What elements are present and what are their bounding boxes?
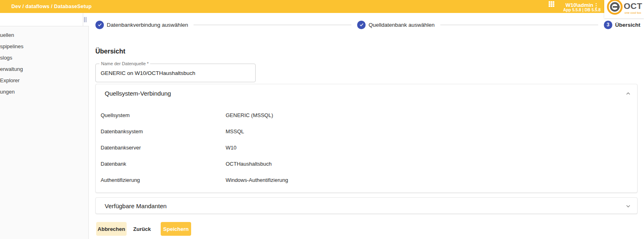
step-3-label: Übersicht <box>615 22 640 28</box>
apps-grid-icon[interactable] <box>549 1 555 7</box>
step-1-label: Datenbankverbindung auswählen <box>107 22 188 28</box>
sidebar-item-pipelines[interactable]: spipelines <box>0 41 89 52</box>
wizard-actions: Abbrechen Zurück Speichern <box>96 222 191 236</box>
app-window: Dev / dataflows / DatabaseSetup W10\admi… <box>0 0 644 239</box>
connection-panel-header[interactable]: Quellsystem-Verbindung <box>96 84 637 103</box>
sidebar-item-logs[interactable]: slogs <box>0 52 89 64</box>
sidebar: uellen spipelines slogs erwaltung Explor… <box>0 13 89 239</box>
logo-text: OCT <box>624 1 642 11</box>
save-button[interactable]: Speichern <box>161 222 191 236</box>
sidebar-item-quellen[interactable]: uellen <box>0 30 89 41</box>
sidebar-item-explorer[interactable]: Explorer <box>0 75 89 86</box>
oct-logo-icon <box>606 0 623 17</box>
row-label: Quellsystem <box>101 112 226 118</box>
chevron-down-icon[interactable] <box>625 203 631 209</box>
detail-row-datenbanksystem: Datenbanksystem MSSQL <box>96 123 637 139</box>
step-3-number: 3 <box>604 21 612 29</box>
sidebar-header <box>0 13 89 26</box>
mandanten-panel-title: Verfügbare Mandanten <box>105 198 167 214</box>
row-value: Windows-Authentifizierung <box>226 177 288 183</box>
page-title: Übersicht <box>95 48 125 55</box>
stepper-connector <box>440 25 598 25</box>
sidebar-header-divider <box>83 13 83 26</box>
row-value: W10 <box>226 145 237 151</box>
breadcrumb: Dev / dataflows / DatabaseSetup <box>11 0 92 13</box>
datasource-name-input[interactable] <box>96 64 255 82</box>
step-2-quelldatenbank[interactable]: Quelldatenbank auswählen <box>357 21 435 29</box>
detail-row-quellsystem: Quellsystem GENERIC (MSSQL) <box>96 107 637 123</box>
step-1-check-icon <box>95 21 104 29</box>
step-3-uebersicht[interactable]: 3 Übersicht <box>604 21 640 29</box>
row-value: MSSQL <box>226 128 244 134</box>
step-1-datenbankverbindung[interactable]: Datenbankverbindung auswählen <box>95 21 188 29</box>
sidebar-item-einstellungen[interactable]: ungen <box>0 86 89 98</box>
logo-tagline: one cool too <box>625 11 641 15</box>
detail-row-datenbank: Datenbank OCTHaushaltsbuch <box>96 156 637 172</box>
chevron-up-icon[interactable] <box>625 90 631 97</box>
row-label: Authentifizierung <box>101 177 226 183</box>
stepper-connector <box>194 25 351 25</box>
row-label: Datenbanksystem <box>101 128 226 134</box>
detail-row-datenbankserver: Datenbankserver W10 <box>96 139 637 156</box>
app-version: App 5.5.8 | DB 5.5.8 <box>563 8 601 12</box>
oct-logo[interactable]: OCT one cool too <box>604 0 644 18</box>
row-label: Datenbankserver <box>101 145 226 151</box>
top-bar: Dev / dataflows / DatabaseSetup W10\admi… <box>0 0 644 13</box>
mandanten-panel-header[interactable]: Verfügbare Mandanten <box>96 198 637 214</box>
detail-row-authentifizierung: Authentifizierung Windows-Authentifizier… <box>96 172 637 188</box>
sidebar-item-verwaltung[interactable]: erwaltung <box>0 64 89 75</box>
row-value: OCTHaushaltsbuch <box>226 161 271 167</box>
step-2-check-icon <box>357 21 366 29</box>
sidebar-nav-list: uellen spipelines slogs erwaltung Explor… <box>0 30 89 98</box>
back-button[interactable]: Zurück <box>131 222 153 236</box>
row-value: GENERIC (MSSQL) <box>226 112 273 118</box>
datasource-name-field: Name der Datenquelle * <box>95 64 256 82</box>
step-2-label: Quelldatenbank auswählen <box>368 22 435 28</box>
sidebar-splitter-handle[interactable] <box>84 17 87 22</box>
connection-panel-title: Quellsystem-Verbindung <box>105 84 171 103</box>
mandanten-panel: Verfügbare Mandanten <box>95 197 638 214</box>
wizard-stepper: Datenbankverbindung auswählen Quelldaten… <box>95 18 640 31</box>
row-label: Datenbank <box>101 161 226 167</box>
cancel-button[interactable]: Abbrechen <box>96 222 127 236</box>
connection-details: Quellsystem GENERIC (MSSQL) Datenbanksys… <box>96 107 637 188</box>
connection-panel: Quellsystem-Verbindung Quellsystem GENER… <box>95 84 638 193</box>
